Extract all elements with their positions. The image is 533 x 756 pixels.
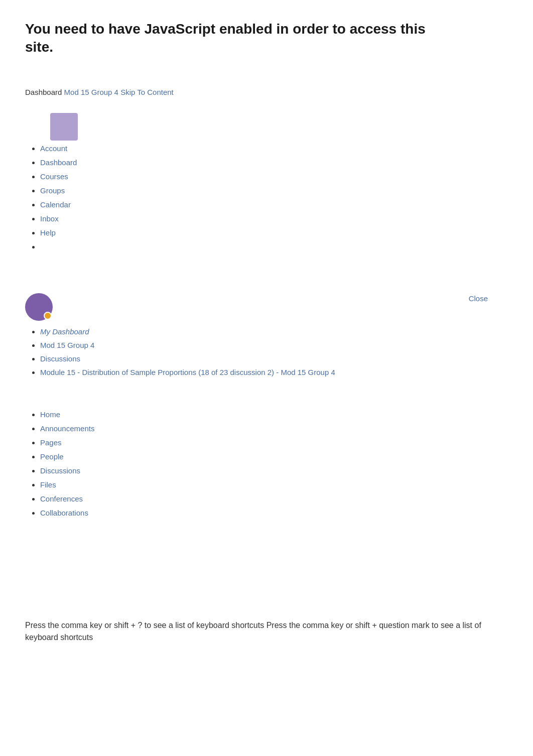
group-nav-conferences: Conferences	[40, 493, 508, 505]
group-navigation: Home Announcements Pages People Discussi…	[25, 409, 508, 519]
breadcrumb-dashboard: Dashboard	[25, 88, 62, 96]
pages-link[interactable]: Pages	[40, 438, 62, 447]
sidebar-section: Close My Dashboard Mod 15 Group 4 Discus…	[25, 293, 508, 519]
discussions-link[interactable]: Discussions	[40, 354, 80, 363]
courses-link[interactable]: Courses	[40, 172, 68, 181]
empty-bullet-item	[40, 241, 508, 253]
account-link[interactable]: Account	[40, 144, 67, 153]
group-nav-list: Home Announcements Pages People Discussi…	[25, 409, 508, 519]
group-discussions-link[interactable]: Discussions	[40, 466, 80, 475]
dashboard-link[interactable]: Dashboard	[40, 158, 77, 167]
breadcrumb-module15: Module 15 - Distribution of Sample Propo…	[40, 366, 508, 379]
conferences-link[interactable]: Conferences	[40, 494, 83, 503]
collaborations-link[interactable]: Collaborations	[40, 509, 88, 517]
breadcrumb-discussions: Discussions	[40, 353, 508, 365]
group-nav-discussions: Discussions	[40, 465, 508, 477]
breadcrumb: Dashboard Mod 15 Group 4 Skip To Content	[25, 87, 508, 98]
group-nav-announcements: Announcements	[40, 423, 508, 435]
avatar-bullet-list	[25, 113, 508, 141]
main-nav-list: Account Dashboard Courses Groups Calenda…	[25, 143, 508, 239]
home-link[interactable]: Home	[40, 410, 60, 419]
nav-inbox-item: Inbox	[40, 213, 508, 225]
user-avatar[interactable]	[25, 293, 53, 321]
group-nav-people: People	[40, 451, 508, 463]
group-nav-home: Home	[40, 409, 508, 421]
empty-bullet-bottom	[25, 241, 508, 253]
my-dashboard-link[interactable]: My Dashboard	[40, 327, 89, 336]
announcements-link[interactable]: Announcements	[40, 424, 94, 433]
people-link[interactable]: People	[40, 452, 64, 461]
user-avatar-area	[25, 293, 508, 321]
mod15-group4-link[interactable]: Mod 15 Group 4	[40, 341, 94, 349]
help-link[interactable]: Help	[40, 228, 56, 237]
close-button[interactable]: Close	[469, 293, 488, 305]
breadcrumb-my-dashboard: My Dashboard	[40, 326, 508, 338]
group-nav-collaborations: Collaborations	[40, 507, 508, 519]
groups-link[interactable]: Groups	[40, 186, 65, 195]
footer-text: Press the comma key or shift + ? to see …	[25, 619, 508, 644]
breadcrumb-group-link[interactable]: Mod 15 Group 4	[64, 88, 118, 96]
breadcrumb-nav-list: My Dashboard Mod 15 Group 4 Discussions …	[25, 326, 508, 379]
avatar-list-item	[40, 113, 508, 141]
nav-groups-item: Groups	[40, 185, 508, 197]
nav-account-item: Account	[40, 143, 508, 155]
top-navigation: Account Dashboard Courses Groups Calenda…	[25, 113, 508, 253]
inbox-link[interactable]: Inbox	[40, 214, 59, 223]
breadcrumb-skip-link[interactable]: Skip To Content	[120, 88, 174, 96]
breadcrumb-navigation: My Dashboard Mod 15 Group 4 Discussions …	[25, 326, 508, 379]
js-warning-heading: You need to have JavaScript enabled in o…	[25, 20, 427, 57]
calendar-link[interactable]: Calendar	[40, 200, 71, 209]
group-nav-pages: Pages	[40, 437, 508, 449]
nav-courses-item: Courses	[40, 171, 508, 183]
breadcrumb-mod15-group4: Mod 15 Group 4	[40, 339, 508, 351]
module15-link[interactable]: Module 15 - Distribution of Sample Propo…	[40, 368, 335, 376]
nav-dashboard-item: Dashboard	[40, 157, 508, 169]
account-avatar[interactable]	[50, 113, 78, 141]
nav-calendar-item: Calendar	[40, 199, 508, 211]
nav-help-item: Help	[40, 227, 508, 239]
files-link[interactable]: Files	[40, 480, 56, 489]
group-nav-files: Files	[40, 479, 508, 491]
